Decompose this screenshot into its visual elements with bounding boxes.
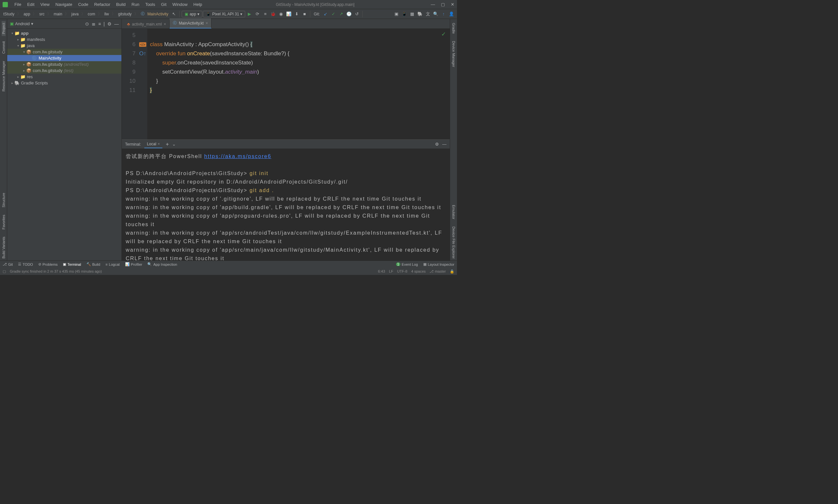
status-eol[interactable]: LF [389,269,393,274]
search-icon[interactable]: 🔍 [432,11,439,18]
inspection-ok-icon[interactable]: ✓ [441,31,446,38]
tree-pkg-androidtest[interactable]: ▸📦com.llw.gitstudy (androidTest) [7,61,122,68]
vcs-rollback-icon[interactable]: ↺ [353,11,360,18]
terminal-tab-local[interactable]: Local× [144,140,163,148]
menu-view[interactable]: View [38,1,52,8]
rail-structure[interactable]: Structure [2,191,5,210]
gear-icon[interactable]: ⚙ [107,21,112,26]
btab-profiler[interactable]: 📊 Profiler [125,262,142,266]
close-icon[interactable]: × [164,22,166,26]
rail-commit[interactable]: Commit [2,39,5,56]
menu-edit[interactable]: Edit [24,1,37,8]
status-pos[interactable]: 6:43 [378,269,385,274]
tree-java[interactable]: ▾📁java [7,42,122,49]
menu-run[interactable]: Run [129,1,142,8]
project-tree[interactable]: ▾📁app ▸📁manifests ▾📁java ▾📦com.llw.gitst… [7,29,122,87]
btab-git[interactable]: ⎇ Git [3,262,13,266]
crumb[interactable]: tStudy [2,12,16,16]
new-session-icon[interactable]: + [166,141,168,147]
menu-navigate[interactable]: Navigate [53,1,75,8]
device-select[interactable]: 📱Pixel XL API 31 ▾ [203,11,245,17]
rail-resource-manager[interactable]: Resource Manager [2,59,5,94]
rail-build-variants[interactable]: Build Variants [2,235,5,260]
code-editor[interactable]: 5 6 7 8 9 10 11 </> O↑ class MainActivit… [122,29,450,140]
crumb[interactable]: src [38,12,46,16]
run-config-select[interactable]: ▣app ▾ [182,11,202,17]
gear-icon[interactable]: ⚙ [435,142,439,147]
expand-all-icon[interactable]: ≣ [92,21,95,26]
select-opened-icon[interactable]: ⊙ [85,21,89,26]
btab-layout-inspector[interactable]: ▦ Layout Inspector [423,262,454,266]
hide-icon[interactable]: — [114,21,119,26]
nav-back-icon[interactable]: ↖ [170,11,177,18]
sdk-icon[interactable]: 📱 [401,11,408,18]
close-icon[interactable]: ✕ [451,2,454,7]
rail-device-manager[interactable]: Device Manager [452,39,456,69]
menu-help[interactable]: Help [191,1,205,8]
btab-event-log[interactable]: 1 Event Log [396,263,418,266]
vcs-update-icon[interactable]: ↙ [322,11,329,18]
status-indent[interactable]: 4 spaces [411,269,426,274]
avatar-icon[interactable]: 👤 [448,11,455,18]
menu-window[interactable]: Window [170,1,190,8]
avd-icon[interactable]: ▣ [393,11,400,18]
tab-kt[interactable]: ⓒMainActivity.kt× [170,18,212,29]
crumb[interactable]: main [52,12,64,16]
menu-git[interactable]: Git [158,1,169,8]
btab-logcat[interactable]: ≡ Logcat [105,263,120,266]
vcs-push-icon[interactable]: ↗ [338,11,345,18]
menu-build[interactable]: Build [113,1,128,8]
status-encoding[interactable]: UTF-8 [397,269,407,274]
btab-terminal[interactable]: ▣ Terminal [63,262,81,266]
breadcrumb[interactable]: tStudy〉 app〉 src〉 main〉 java〉 com〉 llw〉 … [2,11,170,17]
code-body[interactable]: class MainActivity : AppCompatActivity()… [147,29,289,140]
menu-tools[interactable]: Tools [143,1,158,8]
coverage-icon[interactable]: ◉ [277,11,284,18]
tree-pkg-main[interactable]: ▾📦com.llw.gitstudy [7,49,122,55]
tree-res[interactable]: ▸📁res [7,74,122,80]
collapse-all-icon[interactable]: ≡ [98,21,101,26]
menu-file[interactable]: File [12,1,24,8]
vcs-commit-icon[interactable]: ✓ [329,11,337,18]
sync-icon[interactable]: 🐘 [416,11,424,18]
close-icon[interactable]: × [158,142,160,146]
terminal-body[interactable]: 尝试新的跨平台 PowerShell https://aka.ms/pscore… [122,149,450,260]
tree-pkg-test[interactable]: ▸📦com.llw.gitstudy (test) [7,68,122,74]
status-lock-icon[interactable]: 🔒 [450,269,454,274]
rail-gradle[interactable]: Gradle [452,21,456,36]
profile-icon[interactable]: 📊 [285,11,292,18]
tree-manifests[interactable]: ▸📁manifests [7,36,122,42]
close-icon[interactable]: × [206,21,208,25]
hide-icon[interactable]: — [442,142,446,147]
attach-icon[interactable]: ⬇ [293,11,300,18]
tab-xml[interactable]: ⬘activity_main.xml× [124,20,170,29]
apply-changes-icon[interactable]: ⟳ [254,11,261,18]
status-layout-icon[interactable]: ▢ [3,269,6,274]
crumb[interactable]: java [70,12,80,16]
minimize-icon[interactable]: — [431,2,435,7]
pscore-link[interactable]: https://aka.ms/pscore6 [204,154,271,159]
crumb[interactable]: app [22,12,32,16]
tree-main-activity[interactable]: ⓒMainActivity [7,55,122,61]
override-icon[interactable]: </> [139,42,146,47]
menu-refactor[interactable]: Refactor [92,1,113,8]
apply-code-icon[interactable]: ≡ [262,11,269,18]
btab-app-inspection[interactable]: 🔍 App Inspection [147,262,177,266]
btab-todo[interactable]: ☰ TODO [18,262,33,266]
rail-emulator[interactable]: Emulator [452,203,456,221]
rail-device-file-explorer[interactable]: Device File Explorer [452,224,456,260]
crumb-current[interactable]: MainActivity [146,12,170,16]
crumb[interactable]: gitstudy [117,12,133,16]
project-view-mode[interactable]: Android [15,21,30,26]
override-up-icon[interactable]: O↑ [139,50,146,57]
tree-gradle[interactable]: ▸🐘Gradle Scripts [7,80,122,86]
debug-icon[interactable]: 🐞 [269,11,277,18]
tree-app[interactable]: ▾📁app [7,30,122,36]
dropdown-icon[interactable]: ⌄ [172,142,176,147]
maximize-icon[interactable]: ▢ [441,2,445,7]
run-icon[interactable]: ▶ [246,11,253,18]
btab-problems[interactable]: ⊘ Problems [38,262,58,266]
vcs-history-icon[interactable]: 🕐 [345,11,353,18]
translate-icon[interactable]: 文 [424,11,431,18]
resource-icon[interactable]: ▦ [409,11,416,18]
